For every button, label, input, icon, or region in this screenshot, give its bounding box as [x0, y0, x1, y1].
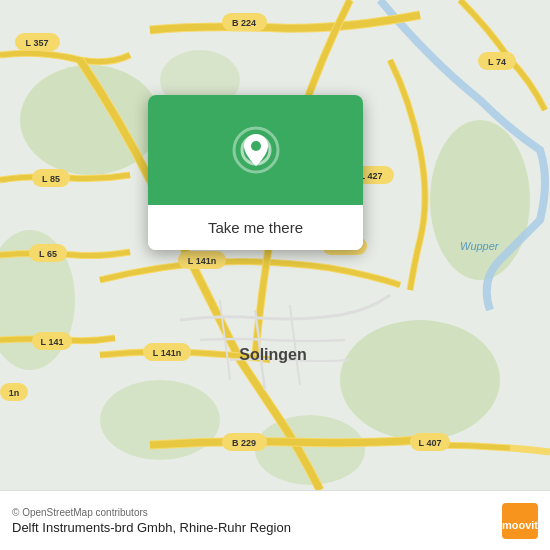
moovit-icon: moovit: [502, 503, 538, 539]
svg-text:L 407: L 407: [419, 438, 442, 448]
popup-green-area: [148, 95, 363, 205]
osm-credit: © OpenStreetMap contributors: [12, 507, 291, 518]
bottom-bar: © OpenStreetMap contributors Delft Instr…: [0, 490, 550, 550]
svg-point-3: [430, 120, 530, 280]
svg-text:B 224: B 224: [232, 18, 256, 28]
svg-text:Wupper: Wupper: [460, 240, 500, 252]
location-name: Delft Instruments-brd Gmbh, Rhine-Ruhr R…: [12, 520, 291, 535]
svg-text:L 141n: L 141n: [153, 348, 181, 358]
map-container: L 357 B 224 L 74 L 85 L 427 L 427 L 65 L…: [0, 0, 550, 490]
location-pin-icon: [232, 126, 280, 174]
popup-card: Take me there: [148, 95, 363, 250]
bottom-left: © OpenStreetMap contributors Delft Instr…: [12, 507, 291, 535]
svg-text:L 65: L 65: [39, 249, 57, 259]
svg-point-38: [251, 141, 261, 151]
svg-point-2: [340, 320, 500, 440]
svg-text:moovit: moovit: [502, 519, 538, 531]
svg-text:L 141: L 141: [41, 337, 64, 347]
svg-text:1n: 1n: [9, 388, 20, 398]
svg-text:L 141n: L 141n: [188, 256, 216, 266]
svg-text:B 229: B 229: [232, 438, 256, 448]
svg-text:L 357: L 357: [26, 38, 49, 48]
take-me-there-button[interactable]: Take me there: [148, 205, 363, 250]
svg-text:L 85: L 85: [42, 174, 60, 184]
svg-text:Solingen: Solingen: [239, 346, 307, 363]
moovit-logo: moovit: [502, 503, 538, 539]
svg-text:L 74: L 74: [488, 57, 506, 67]
